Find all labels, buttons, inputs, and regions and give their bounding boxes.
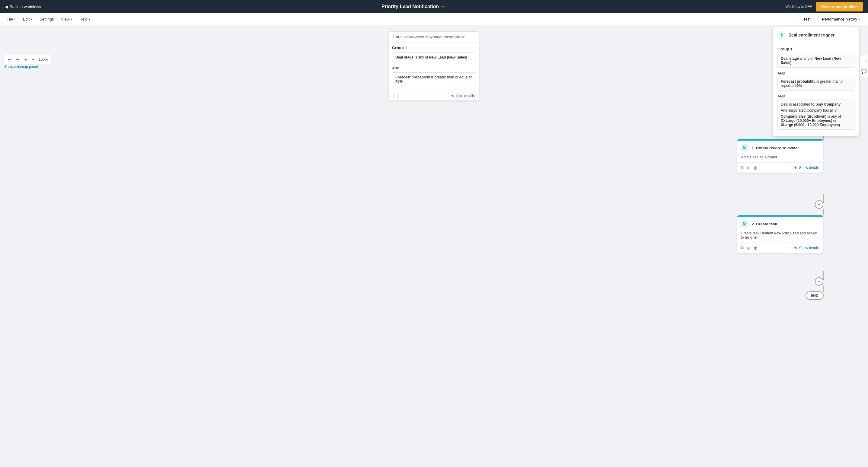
show-details-1-link[interactable]: 👁 Show details bbox=[794, 166, 819, 170]
more-icon[interactable]: ⋮ bbox=[761, 165, 765, 170]
action-2-desc: Create task Review New Prio Lead and ass… bbox=[737, 230, 823, 242]
eye-icon-1: 👁 bbox=[794, 166, 798, 170]
file-chevron-icon: ▾ bbox=[14, 18, 16, 21]
filter2-field: Forecast probability bbox=[395, 75, 430, 79]
show-minimap-link[interactable]: Show minimap panel bbox=[4, 65, 38, 69]
action-1-footer: ⧉ ⊕ 🗑 ⋮ 👁 Show details bbox=[737, 162, 823, 173]
detail-panel-header: Deal enrollment trigger bbox=[773, 27, 859, 43]
file-menu[interactable]: File ▾ bbox=[4, 15, 19, 23]
workflow-status-label: Workflow is OFF bbox=[785, 4, 812, 9]
review-publish-button[interactable]: Review and publish bbox=[816, 2, 863, 11]
add-button-3[interactable]: + bbox=[815, 277, 823, 286]
detail-panel-title: Deal enrollment trigger bbox=[788, 33, 835, 37]
detail-filter1-field: Deal stage bbox=[781, 57, 799, 61]
detail-panel: Deal enrollment trigger Group 1 Deal sta… bbox=[773, 27, 859, 136]
performance-history-button[interactable]: Performance history ▾ bbox=[817, 15, 864, 23]
detail-panel-body: Group 1 Deal stage is any of New Lead (N… bbox=[773, 43, 859, 136]
detail-filter3-val2: XLarge (5,000 - 10,000 Employees) bbox=[781, 123, 840, 127]
action-1-title: 1. Rotate record to owner bbox=[752, 146, 799, 150]
connector-3 bbox=[823, 194, 824, 203]
hide-details-link[interactable]: 👁 Hide details bbox=[451, 94, 475, 98]
eye-icon: 👁 bbox=[451, 94, 455, 98]
add-button-2[interactable]: + bbox=[815, 200, 823, 209]
delete-icon[interactable]: 🗑 bbox=[754, 165, 758, 170]
edit-title-icon[interactable]: ✏ bbox=[441, 4, 445, 9]
show-details-1-label: Show details bbox=[799, 166, 819, 170]
redo-button[interactable]: ↪ bbox=[15, 57, 21, 62]
help-chevron-icon: ▾ bbox=[89, 18, 90, 21]
performance-chevron-icon: ▾ bbox=[858, 18, 860, 21]
show-details-2-label: Show details bbox=[799, 246, 819, 250]
trigger-filter-1: Deal stage is any of New Lead (New Sales… bbox=[392, 53, 476, 62]
end-node-label: END bbox=[811, 294, 818, 298]
action-2-icon bbox=[741, 220, 749, 228]
action-1-tools: ⧉ ⊕ 🗑 ⋮ bbox=[741, 165, 765, 170]
action-2-footer: ⧉ ⊕ 🗑 ⋮ 👁 Show details bbox=[737, 242, 823, 253]
zoom-level: 100% bbox=[38, 57, 49, 62]
action-1-desc: Rotate deal to 1 owner. bbox=[737, 154, 823, 162]
action-1-icon bbox=[741, 143, 749, 152]
copy-icon-2[interactable]: ⧉ bbox=[741, 245, 744, 251]
settings-menu[interactable]: Settings bbox=[36, 15, 57, 23]
trigger-panel: Enroll deals when they meet these filter… bbox=[389, 31, 479, 101]
detail-group-label: Group 1 bbox=[777, 47, 855, 51]
trigger-and-1: AND bbox=[392, 65, 399, 71]
detail-filter3-or: or bbox=[833, 119, 837, 123]
connector-5 bbox=[823, 271, 824, 280]
nav-right-area: Workflow is OFF Review and publish bbox=[785, 2, 863, 11]
settings-menu-label: Settings bbox=[39, 17, 54, 22]
back-to-workflows-link[interactable]: ◀ Back to workflows bbox=[5, 4, 41, 9]
zoom-in-button[interactable]: + bbox=[23, 57, 28, 62]
detail-filter3-cond: is any of bbox=[828, 114, 841, 119]
test-button[interactable]: Test bbox=[799, 15, 815, 23]
show-details-2-link[interactable]: 👁 Show details bbox=[794, 246, 819, 250]
detail-filter3-assoc: Any Company bbox=[816, 102, 840, 106]
chat-icon[interactable]: 💬 bbox=[861, 69, 867, 74]
action-2-task-name: Review New Prio Lead bbox=[760, 231, 799, 235]
trigger-footer: 👁 Hide details bbox=[389, 91, 479, 100]
action-2-title: 2. Create task bbox=[752, 222, 777, 226]
more-icon-2[interactable]: ⋮ bbox=[761, 245, 765, 251]
end-node: END bbox=[806, 292, 824, 300]
trigger-filter-2: Forecast probability is greater than or … bbox=[392, 72, 476, 86]
detail-filter3-val1: XXLarge (10,000+ Employees) bbox=[781, 119, 832, 123]
connector-6 bbox=[823, 286, 824, 292]
detail-filter-1: Deal stage is any of New Lead (New Sales… bbox=[777, 54, 855, 68]
edit-menu[interactable]: Edit ▾ bbox=[20, 15, 35, 23]
move-icon-2[interactable]: ⊕ bbox=[747, 245, 751, 251]
action-card-2: 2. Create task Create task Review New Pr… bbox=[737, 215, 823, 253]
undo-button[interactable]: ↩ bbox=[6, 57, 12, 62]
trigger-header: Enroll deals when they meet these filter… bbox=[389, 32, 479, 42]
move-icon[interactable]: ⊕ bbox=[747, 165, 751, 170]
detail-filter2-value: 40% bbox=[795, 84, 802, 88]
view-chevron-icon: ▾ bbox=[71, 18, 72, 21]
hide-details-label: Hide details bbox=[456, 94, 475, 98]
copy-icon[interactable]: ⧉ bbox=[741, 165, 744, 170]
trigger-checkbox[interactable] bbox=[393, 94, 398, 98]
view-menu-label: View bbox=[61, 17, 69, 22]
view-menu[interactable]: View ▾ bbox=[58, 15, 75, 23]
detail-filter3-field: Company Size (dropdown) bbox=[781, 114, 826, 119]
workflow-canvas: ↩ ↪ + − 100% Show minimap panel Enroll d… bbox=[0, 25, 868, 467]
detail-filter3-sub: And associated Company has all of: bbox=[781, 108, 851, 112]
zoom-out-button[interactable]: − bbox=[30, 57, 35, 62]
performance-history-label: Performance history bbox=[822, 17, 857, 22]
help-menu-label: Help bbox=[80, 17, 88, 22]
detail-filter3-line1: Deal is associated to: Any Company bbox=[781, 102, 851, 106]
detail-filter3-detail: Company Size (dropdown) is any of XXLarg… bbox=[781, 114, 851, 127]
menu-bar: File ▾ Edit ▾ Settings View ▾ Help ▾ Tes… bbox=[0, 13, 868, 25]
trigger-header-text: Enroll deals when they meet these filter… bbox=[393, 35, 465, 39]
help-menu[interactable]: Help ▾ bbox=[76, 15, 93, 23]
action-1-desc-text: Rotate deal to 1 owner. bbox=[741, 155, 778, 159]
svg-point-0 bbox=[743, 146, 745, 147]
grid-icon[interactable]: ⋮⋮ bbox=[860, 59, 868, 64]
menu-right: Test Performance history ▾ bbox=[799, 15, 864, 23]
action-card-1: 1. Rotate record to owner Rotate deal to… bbox=[737, 139, 823, 173]
detail-and-2: AND bbox=[777, 93, 855, 100]
canvas-toolbar: ↩ ↪ + − 100% bbox=[4, 55, 51, 64]
filter2-condition: is greater than or equal to bbox=[431, 75, 472, 79]
svg-point-2 bbox=[781, 34, 783, 36]
delete-icon-2[interactable]: 🗑 bbox=[754, 245, 758, 251]
filter1-value: New Lead (New Sales) bbox=[429, 55, 467, 60]
action-card-2-header: 2. Create task bbox=[737, 216, 823, 230]
